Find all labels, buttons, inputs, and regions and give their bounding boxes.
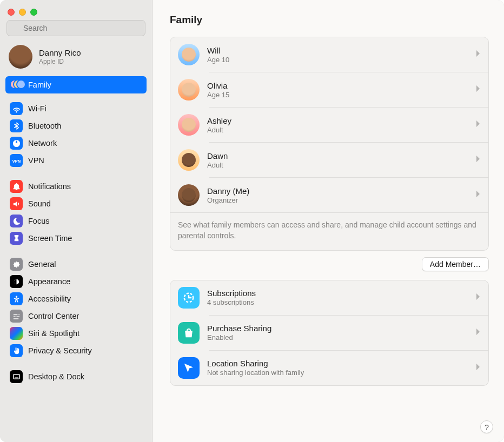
sliders-icon (10, 310, 23, 323)
sidebar-item-privacy-security[interactable]: Privacy & Security (5, 342, 147, 359)
sidebar-item-siri-spotlight[interactable]: Siri & Spotlight (5, 325, 147, 342)
chevron-right-icon (475, 50, 481, 59)
sidebar-item-family[interactable]: Family (5, 76, 147, 93)
sidebar-item-sound[interactable]: Sound (5, 195, 147, 212)
family-member-row[interactable]: AshleyAdult (170, 108, 488, 142)
sidebar-item-wi-fi[interactable]: Wi-Fi (5, 100, 147, 117)
service-name: Location Sharing (207, 359, 468, 368)
avatar (178, 79, 200, 101)
sidebar-item-label: Control Center (28, 312, 79, 320)
profile-name: Danny Rico (39, 48, 81, 57)
sidebar-item-label: Accessibility (28, 294, 71, 303)
sidebar-item-bluetooth[interactable]: Bluetooth (5, 117, 147, 135)
zoom-window[interactable] (30, 9, 37, 16)
sidebar-item-label: Family (28, 81, 51, 89)
service-row-location-sharing[interactable]: Location SharingNot sharing location wit… (170, 351, 488, 385)
chevron-right-icon (475, 190, 481, 200)
page-title: Family (170, 14, 489, 26)
member-name: Will (207, 46, 468, 55)
add-member-button[interactable]: Add Member… (422, 257, 489, 271)
svg-point-3 (13, 330, 19, 336)
sidebar-item-general[interactable]: General (5, 256, 147, 273)
family-members-card: WillAge 10OliviaAge 15AshleyAdultDawnAdu… (170, 37, 489, 251)
member-sub: Age 10 (207, 56, 468, 64)
access-icon (10, 292, 23, 305)
member-sub: Organizer (207, 196, 468, 204)
bell-icon (10, 180, 23, 193)
sidebar-item-label: Siri & Spotlight (28, 329, 79, 338)
dock-icon (10, 370, 23, 383)
sidebar-item-accessibility[interactable]: Accessibility (5, 290, 147, 307)
family-member-row[interactable]: Danny (Me)Organizer (170, 178, 488, 212)
siri-icon (10, 327, 23, 340)
appear-icon (10, 275, 23, 288)
service-sub: Not sharing location with family (207, 369, 468, 377)
sidebar-item-appearance[interactable]: Appearance (5, 273, 147, 290)
settings-window: Danny Rico Apple ID Family Wi-FiBluetoot… (0, 0, 504, 442)
bag-icon (178, 322, 200, 344)
family-member-row[interactable]: OliviaAge 15 (170, 72, 488, 107)
sidebar-item-screen-time[interactable]: Screen Time (5, 230, 147, 247)
member-name: Danny (Me) (207, 186, 468, 196)
hand-icon (10, 344, 23, 357)
moon-icon (10, 215, 23, 227)
avatar (9, 45, 32, 69)
sidebar-item-notifications[interactable]: Notifications (5, 178, 147, 195)
search-input[interactable] (6, 20, 145, 36)
member-name: Ashley (207, 116, 468, 125)
wifi-icon (10, 102, 23, 115)
sound-icon (10, 197, 23, 210)
location-icon (178, 357, 200, 379)
globe-icon (10, 137, 23, 150)
window-controls (0, 3, 152, 20)
family-member-row[interactable]: WillAge 10 (170, 37, 488, 72)
sidebar-item-label: Sound (28, 199, 51, 208)
sidebar-item-label: General (28, 260, 56, 269)
bluetooth-icon (10, 119, 23, 132)
member-sub: Adult (207, 126, 468, 134)
avatar (178, 149, 200, 171)
member-sub: Age 15 (207, 91, 468, 99)
sidebar-item-network[interactable]: Network (5, 135, 147, 152)
sidebar-item-control-center[interactable]: Control Center (5, 307, 147, 325)
family-services-card: Subscriptions4 subscriptionsPurchase Sha… (170, 280, 489, 386)
sidebar-item-desktop-dock[interactable]: Desktop & Dock (5, 368, 147, 385)
svg-point-2 (15, 296, 17, 297)
member-name: Dawn (207, 151, 468, 160)
chevron-right-icon (475, 85, 481, 95)
chevron-right-icon (475, 120, 481, 130)
subs-icon (178, 287, 200, 309)
help-button[interactable]: ? (480, 420, 493, 433)
sidebar-item-label: Wi-Fi (28, 104, 47, 113)
sidebar-item-label: Bluetooth (28, 122, 61, 130)
minimize-window[interactable] (19, 9, 26, 16)
sidebar: Danny Rico Apple ID Family Wi-FiBluetoot… (0, 0, 152, 442)
avatar (178, 184, 200, 206)
service-name: Purchase Sharing (207, 324, 468, 333)
svg-text:VPN: VPN (12, 159, 21, 164)
service-row-subscriptions[interactable]: Subscriptions4 subscriptions (170, 280, 488, 315)
avatar (178, 44, 200, 65)
sidebar-item-label: Network (28, 139, 57, 148)
sidebar-item-vpn[interactable]: VPNVPN (5, 152, 147, 169)
sidebar-item-label: Privacy & Security (28, 346, 92, 355)
sidebar-item-label: VPN (28, 156, 44, 165)
apple-id-profile[interactable]: Danny Rico Apple ID (0, 42, 152, 75)
avatar (178, 114, 200, 136)
service-sub: 4 subscriptions (207, 298, 468, 306)
service-row-purchase-sharing[interactable]: Purchase SharingEnabled (170, 316, 488, 350)
family-note: See what family members can access and s… (170, 213, 488, 250)
gear-icon (10, 258, 23, 271)
sidebar-item-focus[interactable]: Focus (5, 212, 147, 230)
hourglass-icon (10, 232, 23, 245)
vpn-icon: VPN (10, 154, 23, 167)
family-member-row[interactable]: DawnAdult (170, 143, 488, 177)
main-content: Family WillAge 10OliviaAge 15AshleyAdult… (152, 0, 504, 442)
service-sub: Enabled (207, 333, 468, 341)
svg-rect-5 (14, 377, 18, 378)
sidebar-item-label: Desktop & Dock (28, 372, 84, 381)
sidebar-item-label: Notifications (28, 182, 71, 191)
sidebar-item-label: Screen Time (28, 234, 72, 243)
profile-sub: Apple ID (39, 58, 81, 65)
close-window[interactable] (8, 9, 15, 16)
